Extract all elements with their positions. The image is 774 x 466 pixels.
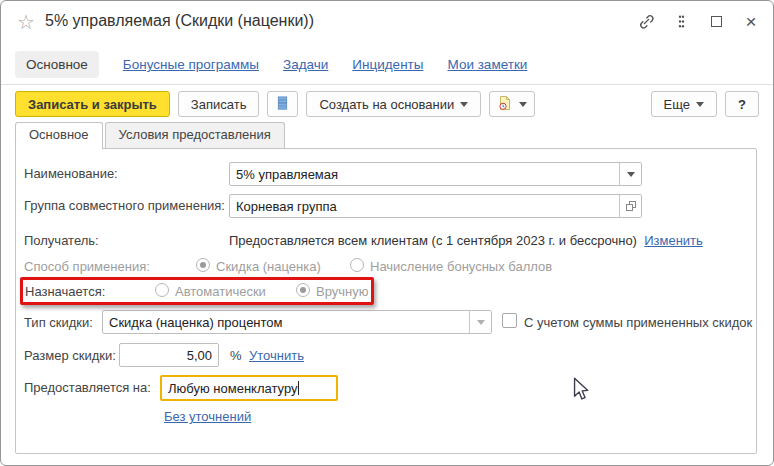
save-button[interactable]: Записать [178, 91, 260, 117]
recipient-label: Получатель: [24, 233, 99, 248]
window-title: 5% управляемая (Скидки (наценки)) [45, 12, 314, 30]
name-label: Наименование: [24, 166, 118, 181]
create-based-on-button[interactable]: Создать на основании [306, 91, 481, 117]
name-field [229, 162, 642, 186]
radio-manual[interactable] [296, 283, 310, 297]
assigned-label: Назначается: [25, 284, 105, 299]
card-file-icon [275, 95, 290, 114]
discount-type-label: Тип скидки: [24, 315, 93, 330]
group-field [229, 194, 642, 218]
maximize-icon[interactable] [706, 11, 726, 31]
favorite-star-icon[interactable]: ☆ [17, 10, 35, 34]
radio-bonus-points-label: Начисление бонусных баллов [370, 259, 552, 274]
recipient-change-link[interactable]: Изменить [644, 233, 703, 248]
provided-for-value: Любую номенклатуру [162, 377, 336, 399]
name-input[interactable] [230, 163, 619, 185]
radio-automatic[interactable] [155, 283, 169, 297]
discount-size-field [119, 343, 219, 367]
nav-item-incidents[interactable]: Инциденты [352, 57, 423, 72]
titlebar: ☆ 5% управляемая (Скидки (наценки)) × [1, 1, 773, 45]
sum-applied-discounts-label: С учетом суммы примененных скидок [524, 315, 752, 330]
nav-links: Основное Бонусные программы Задачи Инцид… [1, 45, 773, 85]
discount-type-combo[interactable]: Скидка (наценка) процентом [102, 310, 492, 334]
chevron-down-icon [696, 102, 704, 107]
provided-for-field[interactable]: Любую номенклатуру [160, 375, 338, 401]
percent-sign: % [230, 348, 242, 363]
radio-automatic-label: Автоматически [175, 284, 266, 299]
tab-conditions[interactable]: Условия предоставления [105, 122, 285, 148]
discount-type-dropdown-button[interactable] [469, 311, 491, 333]
name-dropdown-button[interactable] [619, 163, 641, 185]
card-file-button[interactable] [267, 91, 298, 117]
close-icon[interactable]: × [741, 11, 761, 31]
history-button[interactable] [489, 91, 535, 117]
radio-manual-label: Вручную [316, 284, 368, 299]
radio-discount-markup-label: Скидка (наценка) [216, 259, 321, 274]
text-caret [298, 381, 299, 395]
more-menu-icon[interactable] [671, 11, 691, 31]
discount-size-input[interactable] [120, 344, 218, 366]
document-clock-icon [497, 95, 513, 114]
apply-method-label: Способ применения: [24, 259, 150, 274]
recipient-value: Предоставляется всем клиентам (с 1 сентя… [229, 233, 703, 248]
no-refinements-link[interactable]: Без уточнений [164, 409, 251, 424]
radio-discount-markup[interactable] [196, 258, 210, 272]
tab-bar: Основное Условия предоставления [15, 122, 287, 149]
refine-link[interactable]: Уточнить [249, 348, 304, 363]
nav-item-main[interactable]: Основное [15, 51, 99, 78]
save-and-close-button[interactable]: Записать и закрыть [15, 91, 170, 117]
more-button[interactable]: Еще [651, 91, 717, 117]
group-label: Группа совместного применения: [24, 198, 225, 213]
sum-applied-discounts-checkbox[interactable] [502, 313, 517, 328]
help-button[interactable]: ? [725, 91, 759, 117]
toolbar: Записать и закрыть Записать Создать на о… [1, 86, 773, 122]
app-window: ☆ 5% управляемая (Скидки (наценки)) × Ос… [0, 0, 774, 466]
nav-item-my-notes[interactable]: Мои заметки [447, 57, 527, 72]
tab-main[interactable]: Основное [15, 122, 103, 149]
discount-type-value: Скидка (наценка) процентом [103, 311, 469, 333]
chevron-down-icon [519, 102, 527, 107]
discount-size-label: Размер скидки: [24, 348, 116, 363]
nav-item-tasks[interactable]: Задачи [283, 57, 328, 72]
open-icon[interactable] [619, 195, 641, 217]
group-input[interactable] [230, 195, 619, 217]
link-icon[interactable] [636, 11, 656, 31]
provided-for-label: Предоставляется на: [24, 380, 151, 395]
chevron-down-icon [460, 102, 468, 107]
nav-item-bonus-programs[interactable]: Бонусные программы [123, 57, 259, 72]
radio-bonus-points[interactable] [350, 258, 364, 272]
form-panel: Наименование: Группа совместного примене… [15, 148, 757, 454]
